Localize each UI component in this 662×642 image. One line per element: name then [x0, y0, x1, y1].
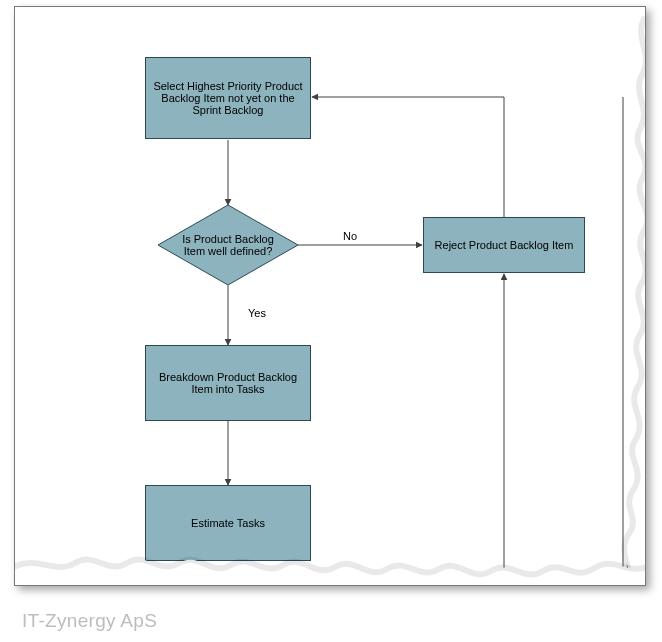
node-reject-item: Reject Product Backlog Item: [423, 217, 585, 273]
node-label: Estimate Tasks: [191, 517, 265, 529]
node-label: Select Highest Priority Product Backlog …: [152, 80, 304, 116]
edge-label-yes: Yes: [248, 307, 266, 319]
edge-label-no: No: [343, 230, 357, 242]
node-label: Breakdown Product Backlog Item into Task…: [152, 371, 304, 395]
node-estimate-tasks: Estimate Tasks: [145, 485, 311, 561]
node-label: Reject Product Backlog Item: [435, 239, 574, 251]
diagram-canvas: Select Highest Priority Product Backlog …: [0, 0, 662, 642]
node-select-highest-priority: Select Highest Priority Product Backlog …: [145, 57, 311, 139]
watermark-text: IT-Zynergy ApS: [22, 610, 157, 632]
node-breakdown-into-tasks: Breakdown Product Backlog Item into Task…: [145, 345, 311, 421]
connectors: [15, 7, 645, 585]
torn-edge-bottom: [15, 7, 645, 585]
edge-label-no-right: No: [626, 559, 640, 571]
diagram-frame: Select Highest Priority Product Backlog …: [14, 6, 646, 586]
node-decision-well-defined: Is Product Backlog Item well defined?: [158, 205, 298, 285]
node-label: Is Product Backlog Item well defined?: [170, 233, 286, 257]
torn-edge-right: [15, 7, 645, 585]
